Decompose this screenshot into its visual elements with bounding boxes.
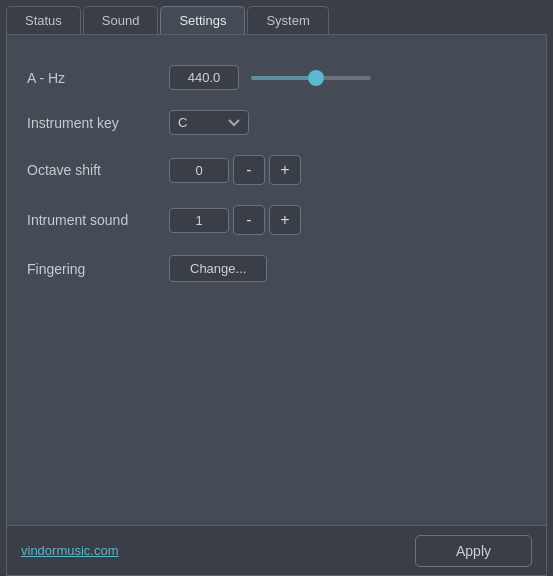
- fingering-label: Fingering: [27, 261, 157, 277]
- sound-label: Intrument sound: [27, 212, 157, 228]
- sound-row: Intrument sound - +: [27, 195, 526, 245]
- fingering-change-button[interactable]: Change...: [169, 255, 267, 282]
- key-select[interactable]: C D E F G A B: [169, 110, 249, 135]
- sound-input[interactable]: [169, 208, 229, 233]
- octave-label: Octave shift: [27, 162, 157, 178]
- hz-row: A - Hz: [27, 55, 526, 100]
- octave-plus-button[interactable]: +: [269, 155, 301, 185]
- hz-input[interactable]: [169, 65, 239, 90]
- vindor-link[interactable]: vindormusic.com: [21, 543, 119, 558]
- hz-slider-container: [251, 76, 526, 80]
- settings-content: A - Hz Instrument key C D E F G A B Octa…: [6, 34, 547, 526]
- hz-label: A - Hz: [27, 70, 157, 86]
- fingering-row: Fingering Change...: [27, 245, 526, 292]
- key-label: Instrument key: [27, 115, 157, 131]
- octave-row: Octave shift - +: [27, 145, 526, 195]
- sound-control: - +: [169, 205, 301, 235]
- sound-minus-button[interactable]: -: [233, 205, 265, 235]
- key-row: Instrument key C D E F G A B: [27, 100, 526, 145]
- bottom-bar: vindormusic.com Apply: [6, 526, 547, 576]
- sound-plus-button[interactable]: +: [269, 205, 301, 235]
- tab-bar: Status Sound Settings System: [0, 0, 553, 34]
- hz-slider[interactable]: [251, 76, 371, 80]
- tab-sound[interactable]: Sound: [83, 6, 159, 34]
- tab-system[interactable]: System: [247, 6, 328, 34]
- tab-settings[interactable]: Settings: [160, 6, 245, 34]
- app-container: Status Sound Settings System A - Hz Inst…: [0, 0, 553, 576]
- octave-minus-button[interactable]: -: [233, 155, 265, 185]
- apply-button[interactable]: Apply: [415, 535, 532, 567]
- octave-input[interactable]: [169, 158, 229, 183]
- tab-status[interactable]: Status: [6, 6, 81, 34]
- octave-control: - +: [169, 155, 301, 185]
